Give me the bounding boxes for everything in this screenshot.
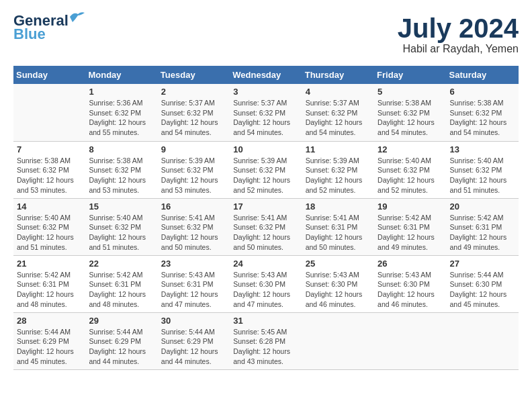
day-number: 16	[161, 201, 226, 212]
day-info: Sunrise: 5:44 AM Sunset: 6:29 PM Dayligh…	[17, 327, 82, 367]
day-number: 12	[378, 144, 443, 154]
day-number: 31	[233, 316, 298, 326]
day-number: 8	[89, 144, 154, 154]
day-number: 3	[233, 87, 298, 97]
day-info: Sunrise: 5:40 AM Sunset: 6:32 PM Dayligh…	[378, 156, 443, 195]
cell-week2-day5: 12Sunrise: 5:40 AM Sunset: 6:32 PM Dayli…	[374, 141, 446, 198]
cell-week3-day2: 16Sunrise: 5:41 AM Sunset: 6:32 PM Dayli…	[158, 198, 230, 255]
month-title: July 2024	[398, 13, 519, 43]
header-thursday: Thursday	[302, 66, 374, 84]
cell-week2-day0: 7Sunrise: 5:38 AM Sunset: 6:32 PM Daylig…	[13, 141, 85, 198]
day-info: Sunrise: 5:39 AM Sunset: 6:32 PM Dayligh…	[161, 156, 226, 195]
day-info: Sunrise: 5:39 AM Sunset: 6:32 PM Dayligh…	[306, 156, 371, 195]
day-number: 15	[89, 201, 154, 212]
day-number: 5	[378, 87, 443, 97]
calendar-table: SundayMondayTuesdayWednesdayThursdayFrid…	[13, 66, 519, 370]
header-sunday: Sunday	[13, 66, 85, 84]
cell-week3-day3: 17Sunrise: 5:41 AM Sunset: 6:32 PM Dayli…	[230, 198, 302, 255]
day-info: Sunrise: 5:40 AM Sunset: 6:32 PM Dayligh…	[89, 213, 154, 253]
day-info: Sunrise: 5:43 AM Sunset: 6:31 PM Dayligh…	[161, 270, 226, 310]
day-number: 30	[161, 316, 226, 326]
day-info: Sunrise: 5:44 AM Sunset: 6:29 PM Dayligh…	[89, 327, 154, 367]
cell-week1-day3: 3Sunrise: 5:37 AM Sunset: 6:32 PM Daylig…	[230, 84, 302, 141]
day-info: Sunrise: 5:40 AM Sunset: 6:32 PM Dayligh…	[17, 213, 82, 253]
day-info: Sunrise: 5:38 AM Sunset: 6:32 PM Dayligh…	[17, 156, 82, 195]
day-info: Sunrise: 5:43 AM Sunset: 6:30 PM Dayligh…	[306, 270, 371, 310]
day-info: Sunrise: 5:43 AM Sunset: 6:30 PM Dayligh…	[378, 270, 443, 310]
cell-week2-day3: 10Sunrise: 5:39 AM Sunset: 6:32 PM Dayli…	[230, 141, 302, 198]
day-number: 24	[233, 259, 298, 269]
cell-week5-day2: 30Sunrise: 5:44 AM Sunset: 6:29 PM Dayli…	[158, 312, 230, 369]
day-info: Sunrise: 5:45 AM Sunset: 6:28 PM Dayligh…	[233, 327, 298, 367]
header-monday: Monday	[85, 66, 157, 84]
header-row: SundayMondayTuesdayWednesdayThursdayFrid…	[13, 66, 519, 84]
cell-week5-day5	[374, 312, 446, 369]
day-info: Sunrise: 5:41 AM Sunset: 6:31 PM Dayligh…	[306, 213, 371, 253]
logo-blue: Blue	[13, 27, 46, 42]
day-number: 6	[450, 87, 515, 97]
cell-week1-day2: 2Sunrise: 5:37 AM Sunset: 6:32 PM Daylig…	[158, 84, 230, 141]
day-info: Sunrise: 5:43 AM Sunset: 6:30 PM Dayligh…	[233, 270, 298, 310]
header-tuesday: Tuesday	[158, 66, 230, 84]
cell-week4-day5: 26Sunrise: 5:43 AM Sunset: 6:30 PM Dayli…	[374, 255, 446, 312]
week-row-2: 7Sunrise: 5:38 AM Sunset: 6:32 PM Daylig…	[13, 141, 519, 198]
day-number: 10	[233, 144, 298, 154]
cell-week1-day6: 6Sunrise: 5:38 AM Sunset: 6:32 PM Daylig…	[447, 84, 519, 141]
day-number: 14	[17, 201, 82, 212]
day-number: 25	[306, 259, 371, 269]
cell-week5-day1: 29Sunrise: 5:44 AM Sunset: 6:29 PM Dayli…	[85, 312, 157, 369]
cell-week1-day0	[13, 84, 85, 141]
cell-week5-day0: 28Sunrise: 5:44 AM Sunset: 6:29 PM Dayli…	[13, 312, 85, 369]
day-number: 7	[17, 144, 82, 154]
cell-week3-day0: 14Sunrise: 5:40 AM Sunset: 6:32 PM Dayli…	[13, 198, 85, 255]
cell-week2-day6: 13Sunrise: 5:40 AM Sunset: 6:32 PM Dayli…	[447, 141, 519, 198]
day-number: 1	[89, 87, 154, 97]
day-info: Sunrise: 5:42 AM Sunset: 6:31 PM Dayligh…	[17, 270, 82, 310]
day-info: Sunrise: 5:38 AM Sunset: 6:32 PM Dayligh…	[450, 98, 515, 138]
day-info: Sunrise: 5:44 AM Sunset: 6:29 PM Dayligh…	[161, 327, 226, 367]
day-number: 23	[161, 259, 226, 269]
day-number: 17	[233, 201, 298, 212]
header-wednesday: Wednesday	[230, 66, 302, 84]
cell-week2-day1: 8Sunrise: 5:38 AM Sunset: 6:32 PM Daylig…	[85, 141, 157, 198]
day-number: 20	[450, 201, 515, 212]
logo: General Blue	[13, 13, 85, 42]
week-row-1: 1Sunrise: 5:36 AM Sunset: 6:32 PM Daylig…	[13, 84, 519, 141]
cell-week1-day5: 5Sunrise: 5:38 AM Sunset: 6:32 PM Daylig…	[374, 84, 446, 141]
day-number: 28	[17, 316, 82, 326]
location: Habil ar Raydah, Yemen	[398, 43, 519, 55]
cell-week2-day2: 9Sunrise: 5:39 AM Sunset: 6:32 PM Daylig…	[158, 141, 230, 198]
cell-week5-day6	[447, 312, 519, 369]
day-number: 29	[89, 316, 154, 326]
cell-week3-day5: 19Sunrise: 5:42 AM Sunset: 6:31 PM Dayli…	[374, 198, 446, 255]
cell-week4-day4: 25Sunrise: 5:43 AM Sunset: 6:30 PM Dayli…	[302, 255, 374, 312]
cell-week4-day3: 24Sunrise: 5:43 AM Sunset: 6:30 PM Dayli…	[230, 255, 302, 312]
cell-week5-day3: 31Sunrise: 5:45 AM Sunset: 6:28 PM Dayli…	[230, 312, 302, 369]
cell-week1-day1: 1Sunrise: 5:36 AM Sunset: 6:32 PM Daylig…	[85, 84, 157, 141]
logo-bird-icon	[70, 11, 85, 22]
day-number: 18	[306, 201, 371, 212]
cell-week4-day6: 27Sunrise: 5:44 AM Sunset: 6:30 PM Dayli…	[447, 255, 519, 312]
day-info: Sunrise: 5:41 AM Sunset: 6:32 PM Dayligh…	[233, 213, 298, 253]
cell-week2-day4: 11Sunrise: 5:39 AM Sunset: 6:32 PM Dayli…	[302, 141, 374, 198]
day-info: Sunrise: 5:42 AM Sunset: 6:31 PM Dayligh…	[89, 270, 154, 310]
day-number: 13	[450, 144, 515, 154]
week-row-3: 14Sunrise: 5:40 AM Sunset: 6:32 PM Dayli…	[13, 198, 519, 255]
day-number: 2	[161, 87, 226, 97]
day-number: 22	[89, 259, 154, 269]
day-info: Sunrise: 5:37 AM Sunset: 6:32 PM Dayligh…	[306, 98, 371, 138]
day-info: Sunrise: 5:38 AM Sunset: 6:32 PM Dayligh…	[89, 156, 154, 195]
day-info: Sunrise: 5:42 AM Sunset: 6:31 PM Dayligh…	[378, 213, 443, 253]
day-number: 21	[17, 259, 82, 269]
day-number: 4	[306, 87, 371, 97]
day-info: Sunrise: 5:36 AM Sunset: 6:32 PM Dayligh…	[89, 98, 154, 138]
day-info: Sunrise: 5:37 AM Sunset: 6:32 PM Dayligh…	[233, 98, 298, 138]
cell-week4-day2: 23Sunrise: 5:43 AM Sunset: 6:31 PM Dayli…	[158, 255, 230, 312]
cell-week1-day4: 4Sunrise: 5:37 AM Sunset: 6:32 PM Daylig…	[302, 84, 374, 141]
week-row-5: 28Sunrise: 5:44 AM Sunset: 6:29 PM Dayli…	[13, 312, 519, 369]
page-header: General Blue July 2024 Habil ar Raydah, …	[13, 13, 519, 55]
day-info: Sunrise: 5:44 AM Sunset: 6:30 PM Dayligh…	[450, 270, 515, 310]
title-section: July 2024 Habil ar Raydah, Yemen	[398, 13, 519, 55]
day-info: Sunrise: 5:40 AM Sunset: 6:32 PM Dayligh…	[450, 156, 515, 195]
header-friday: Friday	[374, 66, 446, 84]
